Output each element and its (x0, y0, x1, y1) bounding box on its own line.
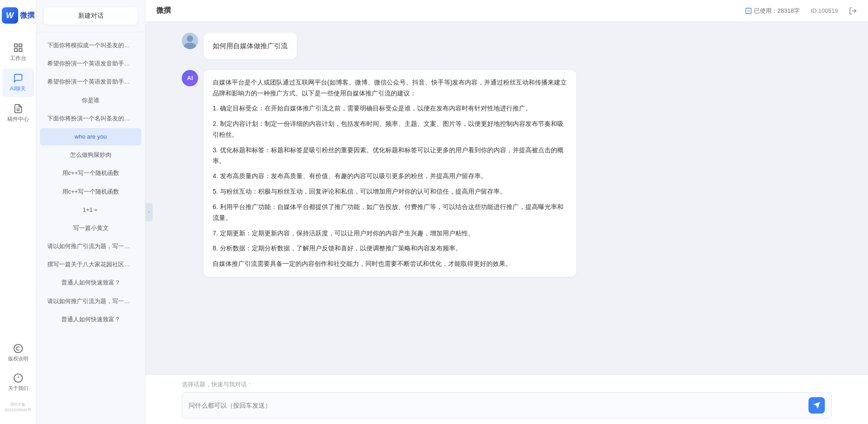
topbar: 微撰 已使用：28318字 ID:100519 (145, 0, 868, 22)
user-avatar (182, 33, 198, 49)
sidebar-list-item[interactable]: 下面你将模拟成一个叫圣友的程序员，我说... (40, 37, 141, 54)
chevron-left-icon: ‹ (148, 210, 150, 214)
ai-message-paragraph: 3. 优化标题和标签：标题和标签是吸引粉丝的重要因素。优化标题和标签可以让更多的… (213, 145, 567, 167)
svg-point-13 (187, 35, 193, 42)
user-bubble: 如何用自媒体做推广引流 (204, 33, 297, 59)
sidebar-list: 下面你将模拟成一个叫圣友的程序员，我说...希望你扮演一个英语发音助手，我提供给… (36, 32, 145, 424)
topbar-title: 微撰 (156, 6, 171, 15)
usage-area: 已使用：28318字 (745, 7, 800, 15)
sidebar-item-plugin[interactable]: 稿件中心 (2, 99, 34, 128)
message-row-ai: AI自媒体平台是个人或团队通过互联网平台(如博客、微博、微信公众号、抖音、快手等… (182, 70, 832, 277)
ai-bubble: 自媒体平台是个人或团队通过互联网平台(如博客、微博、微信公众号、抖音、快手等)发… (204, 70, 576, 277)
document-icon (13, 104, 23, 114)
sidebar-list-item[interactable]: 用c++写一个随机函数 (40, 183, 141, 200)
input-area: 选择话题，快速与我对话： (145, 374, 868, 424)
ai-message-paragraph: 1. 确定目标受众：在开始自媒体推广引流之前，需要明确目标受众是谁，以便在发布内… (213, 103, 567, 114)
logout-icon[interactable] (849, 7, 857, 15)
svg-rect-3 (19, 49, 21, 51)
ai-message-paragraph: 2. 制定内容计划：制定一份详细的内容计划，包括发布时间、频率、主题、文案、图片… (213, 119, 567, 140)
sidebar-toggle[interactable]: ‹ (145, 203, 153, 221)
sidebar-list-item[interactable]: who are you (40, 128, 141, 145)
logo-icon: W (2, 7, 18, 24)
sidebar-list-item[interactable]: 请以如何推广引流为题，写一篇大纲 (40, 293, 141, 310)
nav-label-ai-chat: AI聊天 (10, 85, 26, 93)
ai-message-paragraph: 自媒体推广引流需要具备一定的内容创作和社交能力，同时也需要不断尝试和优化，才能取… (213, 259, 567, 269)
ai-message-paragraph: 7. 定期更新：定期更新内容，保持活跃度，可以让用户对你的内容产生兴趣，增加用户… (213, 228, 567, 239)
svg-point-14 (184, 43, 196, 49)
svg-rect-0 (14, 44, 17, 47)
sidebar-item-workspace[interactable]: 工作台 (2, 38, 34, 67)
ai-avatar: AI (182, 70, 198, 86)
sidebar-list-item[interactable]: 普通人如何快速致富？ (40, 274, 141, 291)
input-row (182, 392, 832, 419)
ai-message-paragraph: 6. 利用平台推广功能：自媒体平台都提供了推广功能，如广告投放、付费推广等，可以… (213, 202, 567, 224)
icp-text: 鄂ICP备2022015946号 (0, 398, 36, 417)
sidebar-item-ai-chat[interactable]: AI聊天 (2, 69, 34, 97)
sidebar-list-item[interactable]: 用c++写一个随机函数 (40, 165, 141, 182)
grid-icon (13, 43, 23, 53)
svg-rect-1 (19, 44, 21, 47)
sidebar-item-about[interactable]: 关于我们 (2, 369, 34, 396)
sidebar-list-item[interactable]: 撰写一篇关于八大家花园社区一刻钟便民生... (40, 256, 141, 273)
message-row-user: 如何用自媒体做推广引流 (182, 33, 832, 59)
info-icon (745, 7, 752, 15)
nav-label-copyright: 版权说明 (8, 355, 28, 362)
svg-point-6 (14, 344, 22, 353)
ai-message-paragraph: 自媒体平台是个人或团队通过互联网平台(如博客、微博、微信公众号、抖音、快手等)发… (213, 77, 567, 99)
sidebar-list-item[interactable]: 普通人如何快速致富？ (40, 311, 141, 328)
topbar-right: 已使用：28318字 ID:100519 (745, 7, 857, 15)
chat-icon (13, 73, 23, 83)
send-icon (813, 401, 821, 409)
id-text: ID:100519 (811, 7, 838, 14)
ai-message-paragraph: 4. 发布高质量内容：发布高质量、有价值、有趣的内容可以吸引更多的粉丝，并提高用… (213, 171, 567, 182)
main-area: 微撰 已使用：28318字 ID:100519 如何用自媒体做推广引流AI自媒体… (145, 0, 868, 424)
nav-bottom: 版权说明 关于我们 鄂ICP备2022015946号 (0, 339, 36, 417)
nav-items: 工作台 AI聊天 稿件中心 (0, 38, 36, 339)
sidebar-list-item[interactable]: 请以如何推广引流为题，写一篇大纲 (40, 238, 141, 255)
input-hint: 选择话题，快速与我对话： (182, 380, 832, 389)
nav-label-workspace: 工作台 (10, 55, 26, 62)
sidebar-list-item[interactable]: 你是谁 (40, 92, 141, 109)
user-icon (182, 33, 198, 49)
send-button[interactable] (808, 397, 825, 414)
new-chat-button[interactable]: 新建对话 (44, 7, 138, 25)
sidebar-item-copyright[interactable]: 版权说明 (2, 339, 34, 367)
copyright-icon (13, 344, 23, 354)
usage-text: 已使用：28318字 (754, 7, 800, 15)
sidebar-list-item[interactable]: 写一篇小黄文 (40, 219, 141, 237)
sidebar-list-item[interactable]: 怎么做狗屎炒肉 (40, 146, 141, 164)
about-icon (13, 373, 23, 383)
nav-label-plugin: 稿件中心 (7, 115, 29, 123)
logo-text: 微撰 (20, 11, 35, 20)
logo-area: W 微撰 (2, 7, 35, 24)
left-nav: W 微撰 工作台 AI聊天 稿件中心 版权说明 (0, 0, 36, 424)
user-message-text: 如何用自媒体做推广引流 (213, 42, 288, 50)
sidebar-list-item[interactable]: 下面你将扮演一个名叫圣友的医生 (40, 110, 141, 127)
ai-message-paragraph: 8. 分析数据：定期分析数据，了解用户反馈和喜好，以便调整推广策略和内容发布频率… (213, 243, 567, 254)
sidebar-list-item[interactable]: 希望你扮演一个英语发音助手，我提供给你... (40, 73, 141, 90)
sidebar-list-item[interactable]: 1+1＝ (40, 201, 141, 219)
sidebar: 新建对话 下面你将模拟成一个叫圣友的程序员，我说...希望你扮演一个英语发音助手… (36, 0, 145, 424)
nav-label-about: 关于我们 (8, 385, 28, 392)
ai-message-paragraph: 5. 与粉丝互动：积极与粉丝互动，回复评论和私信，可以增加用户对你的认可和信任，… (213, 186, 567, 197)
chat-input[interactable] (189, 402, 805, 409)
chat-area: 如何用自媒体做推广引流AI自媒体平台是个人或团队通过互联网平台(如博客、微博、微… (145, 22, 868, 374)
sidebar-header: 新建对话 (36, 0, 145, 32)
svg-rect-2 (14, 49, 17, 51)
sidebar-list-item[interactable]: 希望你扮演一个英语发音助手，我提供给你... (40, 55, 141, 72)
